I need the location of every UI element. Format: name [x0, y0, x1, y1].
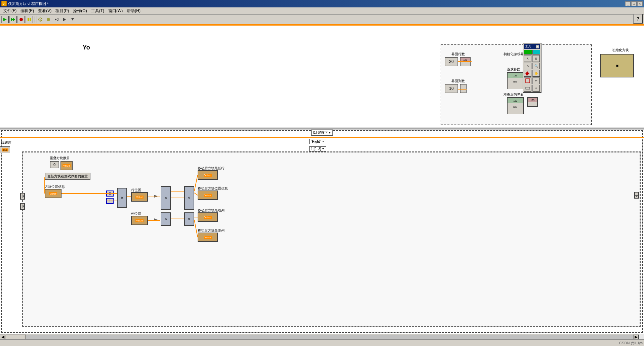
rows-control[interactable]: 20	[445, 57, 458, 66]
tool-connect[interactable]: ⊕	[532, 55, 540, 62]
tool-pencil[interactable]: ✏	[532, 77, 540, 84]
overlap-count-indicator: Value	[61, 161, 73, 170]
label-move-pos-info: 移动后方块位置信息	[198, 186, 228, 191]
obstacle-speed-indicator: alue	[0, 146, 10, 153]
scroll-right-button[interactable]: ▶	[633, 335, 639, 339]
index-selector[interactable]: 1 [0..3] ▼	[309, 146, 326, 151]
label-rows: 界面行数	[451, 52, 465, 57]
abort-button[interactable]	[17, 16, 25, 23]
toolbar-separator-1	[35, 16, 35, 23]
update-pos-button[interactable]: 更新方块在游戏界面的位置	[45, 173, 90, 180]
tool-pointer[interactable]: ↖	[524, 55, 531, 62]
run-button[interactable]	[1, 16, 9, 23]
stacked-surface-block: 123 ⊞⊟	[507, 97, 524, 114]
overlap-count-val[interactable]: 0	[50, 161, 59, 168]
tools-palette-header: 工具 ✕	[524, 44, 540, 49]
tools-grid: ↖ ⊕ A 🔍 ✋ ✏ ✦	[524, 55, 540, 92]
menu-file[interactable]: 文件(F)	[1, 7, 18, 14]
context-help-button[interactable]: ?	[37, 16, 44, 23]
color-row	[524, 50, 540, 55]
label-move-lowest-row: 移动后方块最低行	[198, 166, 225, 171]
const-1: 1	[106, 198, 114, 204]
tool-color-fill[interactable]	[524, 70, 531, 77]
svg-marker-9	[55, 19, 57, 21]
tool-probe[interactable]: 🔍	[532, 63, 540, 69]
inner-orange-bar	[0, 137, 644, 138]
maximize-button[interactable]: □	[631, 1, 637, 6]
pause-button[interactable]	[26, 16, 33, 23]
highlight-button[interactable]	[45, 16, 52, 23]
menu-operate[interactable]: 操作(O)	[71, 7, 89, 14]
step-over-button[interactable]	[53, 16, 60, 23]
right-selector-arrow: ▼	[322, 140, 324, 143]
color-green[interactable]	[524, 50, 532, 55]
svg-marker-13	[63, 18, 66, 21]
vi-icon: VI	[1, 1, 7, 6]
tools-palette-close[interactable]: ✕	[536, 45, 539, 48]
block-pos-info-indicator: Value	[45, 189, 62, 198]
yo-text: Yo	[83, 44, 90, 51]
svg-marker-18	[23, 204, 24, 208]
close-button[interactable]: ✕	[637, 1, 643, 6]
minimize-button[interactable]: _	[625, 1, 631, 6]
case-selector-top[interactable]: [1] 键按下 ▼	[311, 130, 333, 136]
label-block-pos-info: 方块位置信息	[45, 184, 65, 189]
menu-edit[interactable]: 编辑(E)	[18, 7, 36, 14]
shift-reg-right-1	[634, 192, 639, 199]
tool-text[interactable]: A	[524, 63, 531, 69]
svg-marker-20	[154, 218, 158, 221]
title-bar-buttons[interactable]: _ □ ✕	[625, 1, 643, 6]
const-0: 0	[106, 191, 114, 197]
col-pos-indicator: Value	[131, 216, 148, 225]
label-row-pos: 行位置	[131, 188, 141, 193]
row-pos-indicator: Value	[131, 192, 148, 202]
label-game-surface: 游戏界面	[507, 67, 520, 72]
svg-line-28	[194, 175, 198, 191]
tool-hand[interactable]: ✋	[532, 70, 540, 77]
scroll-track	[6, 335, 633, 339]
svg-rect-5	[30, 18, 31, 21]
step-out-button[interactable]	[69, 16, 76, 23]
label-col-pos: 列位置	[131, 211, 141, 216]
scroll-thumb[interactable]	[6, 335, 26, 339]
label-cols: 界面列数	[451, 79, 465, 83]
selector-arrow-top: ▼	[328, 131, 331, 134]
bundle-node-2: ⧉	[184, 186, 194, 210]
svg-marker-36	[635, 195, 638, 197]
menu-project[interactable]: 项目(P)	[53, 7, 71, 14]
step-into-button[interactable]	[61, 16, 68, 23]
main-diagram-area: Yo 界面行数 初始化游戏界面 20 123 界面列数	[0, 24, 644, 339]
toolbar: ?	[0, 15, 644, 24]
inner-loop-area: 重叠方块数目 0 Value 更新方块在游戏界面的位置 方块位置信息	[22, 151, 641, 327]
menu-tools[interactable]: 工具(T)	[89, 7, 106, 14]
menu-help[interactable]: 帮助(H)	[125, 7, 143, 14]
unbundle-node-1: ⊛	[161, 186, 171, 210]
color-cyan[interactable]	[532, 50, 540, 55]
svg-rect-4	[28, 18, 29, 21]
tool-wand[interactable]: ✦	[532, 85, 540, 92]
bottom-panel: [1] 键按下 ▼ "Right" ▼ 1 [0..3] ▼ 障速度 alue	[0, 130, 644, 339]
menu-window[interactable]: 窗口(W)	[106, 7, 125, 14]
menu-view[interactable]: 查看(V)	[36, 7, 53, 14]
tool-color-bg[interactable]	[524, 77, 531, 84]
tool-breakpoint[interactable]	[524, 85, 531, 92]
move-leftmost-col-indicator: Value	[198, 233, 218, 242]
svg-marker-14	[71, 18, 74, 21]
h-scrollbar[interactable]: ◀ ▶	[0, 334, 639, 339]
svg-text:?: ?	[40, 19, 41, 22]
scroll-left-button[interactable]: ◀	[0, 335, 5, 339]
cols-control[interactable]: 10	[445, 84, 458, 93]
right-selector[interactable]: "Right" ▼	[309, 139, 326, 144]
cols-indicator	[460, 84, 467, 93]
svg-marker-1	[11, 18, 13, 21]
svg-rect-39	[526, 79, 530, 83]
shift-reg-left-2	[20, 203, 25, 210]
index-selector-arrow: ▼	[322, 147, 324, 150]
run-continuously-button[interactable]	[9, 16, 17, 23]
game-surface-block: 123 ⊞⊟	[507, 72, 524, 89]
label-overlap-count: 重叠方块数目	[50, 156, 70, 161]
top-panel: Yo 界面行数 初始化游戏界面 20 123 界面列数	[0, 24, 644, 129]
help-icon-button[interactable]: ?	[633, 14, 643, 24]
svg-point-8	[47, 18, 50, 21]
csdn-watermark: CSDN @li_lys	[619, 341, 643, 345]
